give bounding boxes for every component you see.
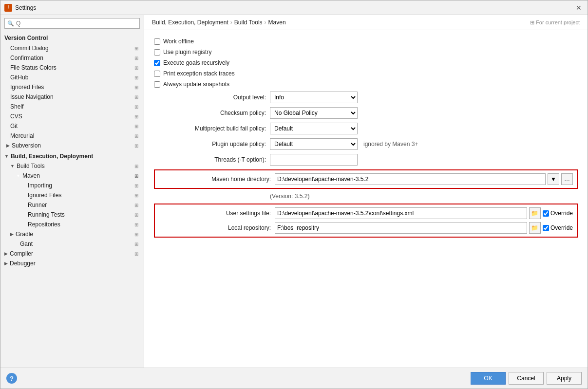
user-settings-browse-btn[interactable]: 📁: [529, 207, 541, 219]
sidebar-item-ignored-files[interactable]: Ignored Files ⊞: [0, 82, 144, 92]
user-settings-label: User settings file:: [159, 210, 271, 217]
execute-goals-checkbox[interactable]: [154, 60, 160, 66]
maven-home-input[interactable]: [275, 173, 546, 185]
maven-icon: ⊞: [133, 172, 140, 179]
print-exception-checkbox[interactable]: [154, 71, 160, 77]
settings-area: Work offline Use plugin registry Execute…: [144, 30, 588, 368]
title-bar-left: ! Settings: [4, 4, 36, 12]
search-icon: 🔍: [7, 20, 14, 27]
output-level-row: Output level: Info Debug Warn Error: [154, 92, 578, 103]
local-repo-label: Local repository:: [159, 224, 271, 231]
local-repo-row: Local repository: 📁 Override: [159, 222, 573, 234]
maven-home-row: Maven home directory: ▼ …: [159, 173, 573, 185]
commit-dialog-icon: ⊞: [133, 45, 140, 52]
compiler-triangle: ▶: [4, 251, 8, 256]
output-level-select-wrapper[interactable]: Info Debug Warn Error: [270, 92, 358, 103]
cancel-button[interactable]: Cancel: [509, 372, 544, 385]
sidebar-item-commit-dialog[interactable]: Commit Dialog ⊞: [0, 43, 144, 53]
sidebar-item-git[interactable]: Git ⊞: [0, 121, 144, 131]
sidebar-item-confirmation[interactable]: Confirmation ⊞: [0, 53, 144, 63]
gradle-triangle: ▶: [10, 232, 14, 237]
issue-nav-icon: ⊞: [133, 93, 140, 100]
multiproject-row: Multiproject build fail policy: Default …: [154, 123, 578, 134]
sidebar-group-compiler[interactable]: ▶ Compiler ⊞: [0, 249, 144, 259]
checksum-policy-select-wrapper[interactable]: No Global Policy Warn Fail: [270, 107, 358, 119]
breadcrumb-part1: Build, Execution, Deployment: [152, 19, 228, 26]
debugger-triangle: ▶: [4, 261, 8, 266]
sidebar-item-cvs[interactable]: CVS ⊞: [0, 111, 144, 121]
close-button[interactable]: ✕: [574, 3, 584, 13]
multiproject-select[interactable]: Default Always Never: [270, 123, 358, 134]
local-repo-browse-btn[interactable]: 📁: [529, 222, 541, 234]
search-box[interactable]: 🔍: [4, 18, 140, 29]
dialog-title: Settings: [15, 4, 36, 11]
breadcrumb-part3: Maven: [268, 19, 286, 26]
ignored-files-icon: ⊞: [133, 84, 140, 91]
maven-home-browse-btn[interactable]: …: [561, 173, 573, 185]
sidebar-group-build-exec[interactable]: ▼ Build, Execution, Deployment: [0, 151, 144, 161]
search-input[interactable]: [16, 20, 137, 27]
sidebar-group-gradle[interactable]: ▶ Gradle ⊞: [0, 229, 144, 239]
checksum-policy-select[interactable]: No Global Policy Warn Fail: [270, 107, 358, 119]
build-tools-icon: ⊞: [133, 163, 140, 169]
breadcrumb-part2: Build Tools: [234, 19, 263, 26]
shelf-icon: ⊞: [133, 103, 140, 110]
breadcrumb: Build, Execution, Deployment › Build Too…: [144, 15, 588, 30]
sidebar-item-mercurial[interactable]: Mercurial ⊞: [0, 131, 144, 141]
repositories-icon: ⊞: [133, 221, 140, 228]
help-button[interactable]: ?: [6, 373, 17, 384]
build-exec-triangle: ▼: [4, 154, 9, 159]
importing-icon: ⊞: [133, 182, 140, 189]
sidebar-item-runner[interactable]: Runner ⊞: [0, 200, 144, 210]
sidebar-item-github[interactable]: GitHub ⊞: [0, 73, 144, 82]
use-plugin-registry-row: Use plugin registry: [154, 49, 578, 56]
sidebar-item-repositories[interactable]: Repositories ⊞: [0, 220, 144, 229]
output-level-select[interactable]: Info Debug Warn Error: [270, 92, 358, 103]
work-offline-label: Work offline: [163, 38, 194, 45]
local-repo-input[interactable]: [275, 222, 527, 234]
user-settings-override-checkbox[interactable]: [543, 210, 549, 217]
always-update-label: Always update snapshots: [163, 81, 229, 88]
build-tools-triangle: ▼: [10, 164, 15, 168]
sidebar-item-file-status-colors[interactable]: File Status Colors ⊞: [0, 63, 144, 73]
sidebar-group-debugger[interactable]: ▶ Debugger: [0, 259, 144, 268]
cvs-icon: ⊞: [133, 113, 140, 120]
maven-home-label: Maven home directory:: [159, 176, 271, 183]
work-offline-row: Work offline: [154, 38, 578, 45]
maven-home-box: Maven home directory: ▼ …: [154, 169, 578, 189]
sidebar-item-running-tests[interactable]: Running Tests ⊞: [0, 210, 144, 220]
sidebar-item-ignored-files-maven[interactable]: Ignored Files ⊞: [0, 190, 144, 200]
multiproject-select-wrapper[interactable]: Default Always Never: [270, 123, 358, 134]
work-offline-checkbox[interactable]: [154, 38, 160, 45]
maven-triangle: ▼: [16, 173, 20, 178]
threads-row: Threads (-T option):: [154, 154, 578, 166]
threads-input[interactable]: [270, 154, 358, 166]
settings-dialog: ! Settings ✕ 🔍 Version Control Commit Di…: [0, 0, 588, 389]
use-plugin-registry-label: Use plugin registry: [163, 49, 211, 56]
output-level-label: Output level:: [154, 94, 266, 101]
sidebar-item-importing[interactable]: Importing ⊞: [0, 181, 144, 190]
version-control-header: Version Control: [0, 32, 144, 43]
apply-button[interactable]: Apply: [547, 372, 582, 385]
app-icon: !: [4, 4, 12, 12]
sidebar-group-build-tools[interactable]: ▼ Build Tools ⊞: [0, 161, 144, 171]
local-repo-override-label: Override: [550, 224, 573, 231]
sidebar-item-maven[interactable]: ▼ Maven ⊞: [0, 171, 144, 181]
ok-button[interactable]: OK: [471, 372, 506, 385]
user-settings-input[interactable]: [275, 207, 527, 219]
always-update-checkbox[interactable]: [154, 81, 160, 88]
sidebar-item-issue-navigation[interactable]: Issue Navigation ⊞: [0, 92, 144, 102]
plugin-update-select-wrapper[interactable]: Default Always Never: [270, 138, 358, 150]
sidebar-item-subversion[interactable]: ▶ Subversion ⊞: [0, 141, 144, 150]
subversion-triangle: ▶: [6, 143, 10, 148]
maven-home-dropdown-btn[interactable]: ▼: [548, 173, 559, 185]
plugin-update-row: Plugin update policy: Default Always Nev…: [154, 138, 578, 150]
subversion-icon: ⊞: [133, 142, 140, 149]
user-settings-row: User settings file: 📁 Override: [159, 207, 573, 219]
use-plugin-registry-checkbox[interactable]: [154, 49, 160, 56]
plugin-update-select[interactable]: Default Always Never: [270, 138, 358, 150]
sidebar-item-shelf[interactable]: Shelf ⊞: [0, 102, 144, 111]
breadcrumb-sep1: ›: [230, 19, 232, 26]
local-repo-override-checkbox[interactable]: [543, 225, 549, 231]
sidebar-item-gant[interactable]: Gant ⊞: [0, 239, 144, 249]
